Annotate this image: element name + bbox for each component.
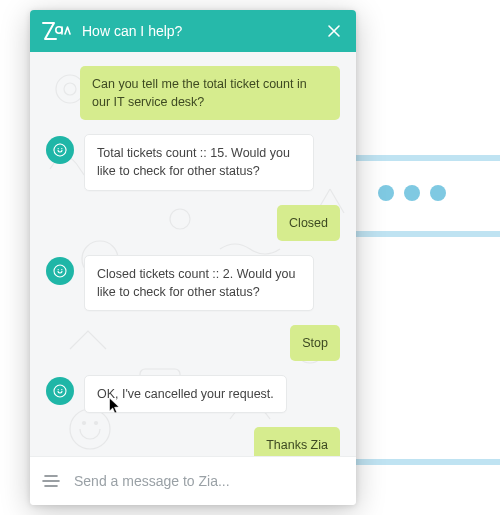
- chat-header: How can I help?: [30, 10, 356, 52]
- svg-point-18: [54, 385, 66, 397]
- bot-avatar: [46, 257, 74, 285]
- message-input[interactable]: [72, 472, 344, 490]
- message-bubble: Total tickets count :: 15. Would you lik…: [84, 134, 314, 190]
- chat-body: Can you tell me the total ticket count i…: [30, 52, 356, 456]
- background-window-dots: [378, 185, 446, 201]
- message-bubble: OK, I've cancelled your request.: [84, 375, 287, 413]
- message-bubble: Closed: [277, 205, 340, 241]
- svg-point-15: [54, 265, 66, 277]
- svg-point-14: [61, 148, 62, 149]
- svg-point-20: [61, 389, 62, 390]
- message-user: Stop: [46, 325, 340, 361]
- message-bubble: Stop: [290, 325, 340, 361]
- message-bubble: Thanks Zia: [254, 427, 340, 456]
- message-user: Can you tell me the total ticket count i…: [46, 66, 340, 120]
- svg-point-13: [58, 148, 59, 149]
- message-bot: Closed tickets count :: 2. Would you lik…: [46, 255, 340, 311]
- chat-input-bar: [30, 456, 356, 505]
- svg-point-12: [54, 144, 66, 156]
- message-bubble: Can you tell me the total ticket count i…: [80, 66, 340, 120]
- menu-icon[interactable]: [42, 474, 60, 488]
- svg-point-19: [58, 389, 59, 390]
- message-bubble: Closed tickets count :: 2. Would you lik…: [84, 255, 314, 311]
- bot-avatar-icon: [52, 263, 68, 279]
- close-button[interactable]: [324, 24, 344, 38]
- message-user: Closed: [46, 205, 340, 241]
- message-bot: OK, I've cancelled your request.: [46, 375, 340, 413]
- bot-avatar: [46, 136, 74, 164]
- chat-widget: How can I help?: [30, 10, 356, 505]
- message-user: Thanks Zia: [46, 427, 340, 456]
- zia-logo-icon: [42, 20, 72, 42]
- bot-avatar: [46, 377, 74, 405]
- bot-avatar-icon: [52, 142, 68, 158]
- bot-avatar-icon: [52, 383, 68, 399]
- message-list: Can you tell me the total ticket count i…: [46, 66, 340, 456]
- svg-point-17: [61, 269, 62, 270]
- chat-title: How can I help?: [82, 23, 314, 39]
- svg-point-16: [58, 269, 59, 270]
- message-bot: Total tickets count :: 15. Would you lik…: [46, 134, 340, 190]
- close-icon: [327, 24, 341, 38]
